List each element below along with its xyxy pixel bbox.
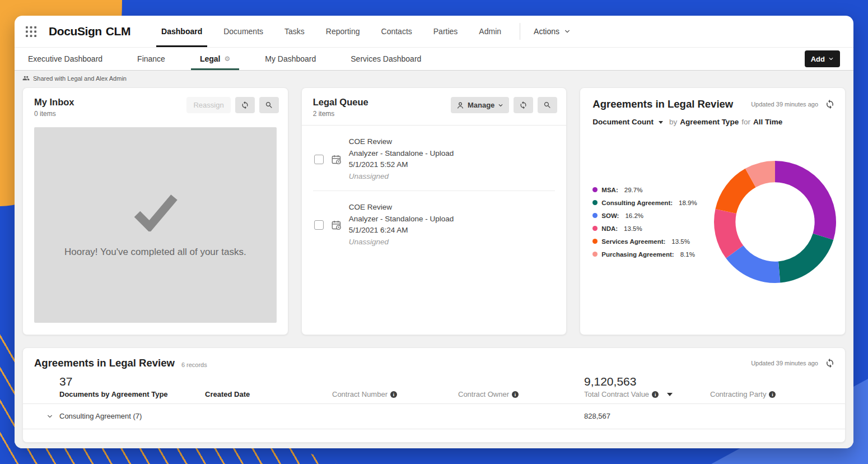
legend-dot bbox=[592, 187, 598, 192]
queue-item-checkbox[interactable] bbox=[314, 155, 324, 164]
nav-item-contacts[interactable]: Contacts bbox=[371, 16, 423, 47]
refresh-icon bbox=[825, 358, 835, 368]
column-total-contract-value[interactable]: Total Contract Valuei bbox=[584, 390, 710, 398]
queue-item-subtitle: Analyzer - Standalone - Upload bbox=[349, 148, 454, 160]
shared-note: Shared with Legal and Alex Admin bbox=[22, 71, 846, 86]
legend-item: NDA13.5% bbox=[592, 225, 697, 232]
manage-button[interactable]: Manage bbox=[451, 97, 509, 113]
main-nav: Dashboard Documents Tasks Reporting Cont… bbox=[151, 16, 512, 47]
person-icon bbox=[456, 101, 464, 109]
row-expand-chevron-icon[interactable] bbox=[46, 413, 53, 420]
table-refresh-button[interactable] bbox=[825, 358, 835, 368]
queue-item-assignee: Unassigned bbox=[349, 236, 454, 248]
tab-finance[interactable]: Finance bbox=[137, 48, 165, 70]
refresh-icon bbox=[241, 101, 249, 109]
divider bbox=[23, 429, 845, 429]
chart-body: MSA29.7% Consulting Agreement18.9% SOW16… bbox=[580, 129, 845, 314]
search-icon bbox=[265, 101, 273, 109]
desktop-background: DocuSignCLM Dashboard Documents Tasks Re… bbox=[0, 0, 868, 464]
reassign-button[interactable]: Reassign bbox=[186, 97, 230, 113]
row-group-label: Consulting Agreement (7) bbox=[59, 412, 142, 420]
app-window: DocuSignCLM Dashboard Documents Tasks Re… bbox=[15, 16, 853, 448]
inbox-empty-message: Hooray! You've completed all of your tas… bbox=[64, 247, 246, 258]
queue-refresh-button[interactable] bbox=[514, 97, 533, 113]
legend-item: Purchasing Agreement8.1% bbox=[592, 251, 697, 258]
chevron-down-icon bbox=[659, 121, 663, 124]
add-button[interactable]: Add bbox=[805, 50, 840, 67]
queue-item-title: COE Review bbox=[349, 136, 454, 148]
legal-review-chart-card: Agreements in Legal Review Updated 39 mi… bbox=[580, 87, 846, 335]
dashboard-tabbar: Executive Dashboard Finance Legal ⚙ My D… bbox=[15, 48, 853, 71]
nav-item-parties[interactable]: Parties bbox=[423, 16, 469, 47]
column-created-date[interactable]: Created Date bbox=[205, 390, 332, 398]
legend-item: Services Agreement13.5% bbox=[592, 238, 697, 245]
chart-range: All Time bbox=[753, 118, 782, 126]
chart-updated-text: Updated 39 minutes ago bbox=[751, 101, 818, 108]
summary-document-count: 37 bbox=[59, 375, 205, 388]
nav-item-reporting[interactable]: Reporting bbox=[315, 16, 371, 47]
inbox-search-button[interactable] bbox=[259, 97, 279, 113]
chart-dimension: Agreement Type bbox=[680, 118, 739, 126]
table-updated-text: Updated 39 minutes ago bbox=[751, 360, 818, 366]
legend-item: SOW16.2% bbox=[592, 212, 697, 219]
refresh-icon bbox=[825, 99, 835, 109]
queue-item-date: 5/1/2021 6:24 AM bbox=[349, 225, 454, 236]
info-icon: i bbox=[769, 391, 776, 398]
info-icon: i bbox=[652, 391, 659, 398]
chart-legend: MSA29.7% Consulting Agreement18.9% SOW16… bbox=[592, 180, 697, 264]
chevron-down-icon bbox=[564, 28, 571, 35]
queue-item[interactable]: COE Review Analyzer - Standalone - Uploa… bbox=[302, 126, 567, 191]
queue-item-subtitle: Analyzer - Standalone - Upload bbox=[349, 214, 454, 225]
queue-item-title: COE Review bbox=[349, 202, 454, 214]
actions-menu[interactable]: Actions bbox=[529, 27, 575, 36]
chart-title: Agreements in Legal Review bbox=[592, 98, 733, 110]
legal-queue-card: Legal Queue 2 items Manage bbox=[301, 87, 567, 335]
legend-item: Consulting Agreement18.9% bbox=[592, 199, 697, 206]
tab-legal[interactable]: Legal ⚙ bbox=[200, 48, 230, 70]
inbox-title: My Inbox bbox=[34, 97, 74, 108]
chart-refresh-button[interactable] bbox=[825, 99, 835, 109]
search-icon bbox=[543, 101, 552, 109]
queue-item-date: 5/1/2021 5:52 AM bbox=[349, 159, 454, 171]
chart-config-row: Document Count by Agreement Type for All… bbox=[592, 118, 845, 126]
column-documents-by-agreement-type[interactable]: Documents by Agreement Type bbox=[59, 390, 205, 398]
sort-desc-icon bbox=[667, 393, 673, 396]
tab-services-dashboard[interactable]: Services Dashboard bbox=[351, 48, 421, 70]
table-title: Agreements in Legal Review bbox=[34, 357, 175, 369]
logo-product: CLM bbox=[106, 25, 130, 38]
tab-my-dashboard[interactable]: My Dashboard bbox=[265, 48, 316, 70]
legend-dot bbox=[592, 239, 598, 244]
logo-brand: DocuSign bbox=[49, 25, 102, 38]
gear-icon[interactable]: ⚙ bbox=[224, 55, 230, 62]
queue-list: COE Review Analyzer - Standalone - Uploa… bbox=[302, 125, 567, 256]
column-contract-number[interactable]: Contract Numberi bbox=[332, 390, 458, 398]
legend-dot bbox=[592, 200, 598, 205]
nav-divider bbox=[520, 23, 520, 40]
tab-executive-dashboard[interactable]: Executive Dashboard bbox=[28, 48, 102, 70]
column-contract-owner[interactable]: Contract Owneri bbox=[458, 390, 584, 398]
chart-metric-dropdown[interactable]: Document Count bbox=[592, 118, 654, 126]
nav-item-dashboard[interactable]: Dashboard bbox=[151, 16, 213, 47]
legend-dot bbox=[592, 213, 598, 218]
calendar-clock-icon bbox=[331, 154, 342, 165]
my-inbox-card: My Inbox 0 items Reassign bbox=[22, 87, 288, 335]
column-contracting-party[interactable]: Contracting Partyi bbox=[710, 390, 845, 398]
nav-item-admin[interactable]: Admin bbox=[468, 16, 512, 47]
top-navigation: DocuSignCLM Dashboard Documents Tasks Re… bbox=[15, 16, 853, 48]
inbox-refresh-button[interactable] bbox=[235, 97, 255, 113]
dashboard-content: Shared with Legal and Alex Admin My Inbo… bbox=[15, 71, 853, 448]
queue-item[interactable]: COE Review Analyzer - Standalone - Uploa… bbox=[302, 191, 567, 256]
docusign-clm-logo: DocuSignCLM bbox=[49, 25, 130, 38]
table-records-count: 6 records bbox=[181, 361, 207, 368]
nav-item-tasks[interactable]: Tasks bbox=[274, 16, 315, 47]
queue-item-checkbox[interactable] bbox=[314, 220, 324, 230]
chevron-down-icon bbox=[498, 103, 503, 108]
queue-search-button[interactable] bbox=[538, 97, 557, 113]
info-icon: i bbox=[390, 391, 397, 398]
table-row[interactable]: Consulting Agreement (7) 828,567 bbox=[59, 404, 845, 429]
table-summary-row: 37 9,120,563 bbox=[59, 375, 845, 388]
inbox-empty-state: Hooray! You've completed all of your tas… bbox=[34, 127, 277, 323]
waffle-menu-icon[interactable] bbox=[26, 26, 36, 37]
table-column-headers: Documents by Agreement Type Created Date… bbox=[59, 390, 845, 398]
nav-item-documents[interactable]: Documents bbox=[213, 16, 274, 47]
